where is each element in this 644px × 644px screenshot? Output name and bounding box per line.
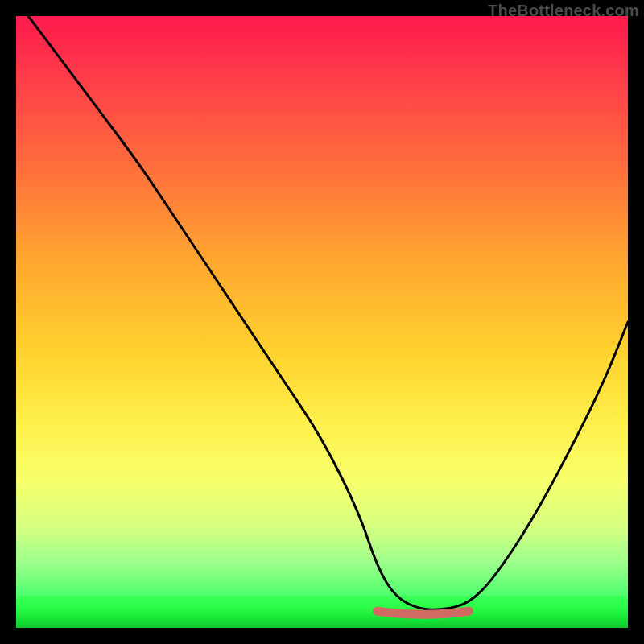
bottleneck-curve-path xyxy=(28,16,628,609)
chart-frame xyxy=(16,16,628,628)
bottleneck-curve-svg xyxy=(16,16,628,628)
plot-area xyxy=(16,16,628,628)
flat-minimum-marker xyxy=(377,611,469,614)
